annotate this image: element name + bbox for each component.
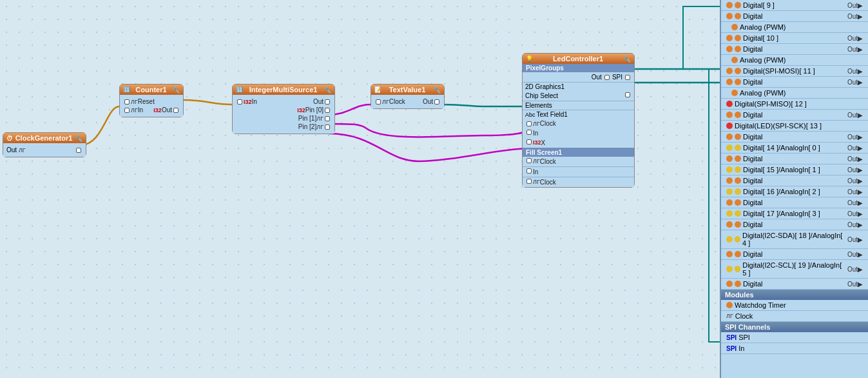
multi-pin2-dot[interactable] [325,124,330,130]
sidebar-digital-14[interactable]: Digital Out▶ [721,154,868,164]
sidebar-i2c-sda[interactable]: Digital(I2C-SDA)[ 18 ]/AnalogIn[ 4 ] Out… [721,230,868,249]
multi-pin2-label: Pin [2] [298,123,316,130]
text-field-in-dot[interactable] [526,130,532,135]
led-settings[interactable]: 🔧 [623,55,631,63]
sidebar-spi-sck-icon [726,123,733,129]
multi-pin1-clock: ЛГ [316,115,323,122]
sidebar-digital-spi-mosi[interactable]: Digital(SPI-MOSI)[ 11 ] Out▶ [721,66,868,77]
spi-channels-label: SPI Channels [725,323,770,331]
counter-settings[interactable]: 🔧 [172,86,180,94]
sidebar-analog-pwm2-icon [731,57,738,63]
sidebar-spi-mosi-icon2 [735,68,741,74]
sidebar-digital-17[interactable]: Digital Out▶ [721,219,868,230]
counter-reset-in-dot[interactable] [124,99,130,104]
sidebar-digital18-label: Digital [743,250,763,258]
sidebar-digital9[interactable]: Digital[ 9 ] Out▶ [721,0,868,11]
integer-multi-header: 🔢 IntegerMultiSource1 🔧 [233,85,334,95]
sidebar-digital-pwm1-icon2 [735,13,741,19]
sidebar-digital-mosi2[interactable]: Digital Out▶ [721,77,868,88]
wire-led-to-spi-in [635,69,728,342]
clock-out-label: Out ЛГ [6,146,26,154]
clock-out-port: Out ЛГ [6,146,82,154]
sidebar-analog14-icon [726,144,733,151]
text-clock-in-dot[interactable] [376,99,381,104]
sidebar-analog-pwm1-icon [731,24,738,30]
clock-generator-node: ⏱ ClockGenerator1 🔧 Out ЛГ [3,132,86,157]
multi-pin0-dot[interactable] [325,108,330,113]
sidebar-spi-miso[interactable]: Digital(SPI-MISO)[ 12 ] [721,99,868,110]
sidebar-analog-14[interactable]: Digital[ 14 ]/AnalogIn[ 0 ] Out▶ [721,143,868,154]
sidebar-spi-port[interactable]: SPI SPI [721,332,868,343]
integer-multi-settings[interactable]: 🔧 [323,86,331,94]
sidebar-i2c-scl-label: Digital(I2C-SCL)[ 19 ]/AnalogIn[ 5 ] [742,261,847,277]
sidebar-digital15-icon [726,177,733,184]
sidebar-digital-18[interactable]: Digital Out▶ [721,249,868,260]
sidebar-analog-pwm3[interactable]: Analog (PWM) [721,88,868,99]
sidebar-i2c-sda-label: Digital(I2C-SDA)[ 18 ]/AnalogIn[ 4 ] [742,232,847,247]
pixel-spi-label: SPI [612,74,622,81]
multi-in-label: In [252,98,257,105]
clock-generator-header: ⏱ ClockGenerator1 🔧 [3,133,86,143]
sidebar-spi-mosi-out: Out▶ [847,68,863,75]
sidebar-analog-pwm2[interactable]: Analog (PWM) [721,55,868,66]
sidebar-digital10[interactable]: Digital[ 10 ] Out▶ [721,33,868,44]
sidebar-digital-pwm1[interactable]: Digital Out▶ [721,11,868,22]
led-clock-dot[interactable] [526,179,532,184]
led-in-label: In [533,168,538,175]
wire-multi-pin1 [329,124,528,137]
sidebar-digital-sck-out: Out▶ [847,134,863,141]
text-out-dot[interactable] [434,99,439,104]
sidebar-digital-sck[interactable]: Digital Out▶ [721,132,868,143]
sidebar-watchdog[interactable]: Watchdog Timer [721,300,868,311]
sidebar-digital-19[interactable]: Digital Out▶ [721,279,868,290]
sidebar-modules-clock[interactable]: ЛГ Clock [721,311,868,322]
sidebar-digital-miso[interactable]: Digital Out▶ [721,110,868,121]
text-field-in-label: In [533,130,538,137]
text-field-x-dot[interactable] [526,139,532,144]
chip-select-in-dot[interactable] [625,92,630,97]
sidebar-analog15-icon2 [735,166,741,173]
sidebar-analog-15[interactable]: Digital[ 15 ]/AnalogIn[ 1 ] Out▶ [721,164,868,175]
sidebar-digital-16[interactable]: Digital Out▶ [721,197,868,208]
sidebar-spi-in-port[interactable]: SPI In [721,343,868,354]
counter-out-port: ЛГ In Out I32 [123,106,180,114]
sidebar-digital-15[interactable]: Digital Out▶ [721,175,868,186]
counter-out-in-dot[interactable] [124,108,130,113]
pixel-out-dot[interactable] [604,75,610,80]
pixel-spi-dot[interactable] [625,75,630,80]
sidebar-analog-16[interactable]: Digital[ 16 ]/AnalogIn[ 2 ] Out▶ [721,186,868,197]
sidebar-digital-sck-icon2 [735,134,741,140]
text-field-clock-dot[interactable] [526,121,532,126]
multi-out-dot[interactable] [325,99,330,104]
counter-reset-clock: ЛГ [131,99,138,105]
sidebar-digital-mosi2-icon2 [735,79,741,85]
text-clock-symbol: ЛГ [382,99,389,105]
sidebar-analog-pwm1[interactable]: Analog (PWM) [721,22,868,33]
multi-pin1-dot[interactable] [325,116,330,121]
text-value-settings[interactable]: 🔧 [433,86,441,94]
sidebar-analog17-icon [726,210,733,217]
multi-in-dot[interactable] [237,99,242,104]
text-field-clock-sym: ЛГ [533,121,540,127]
sidebar-i2c-scl[interactable]: Digital(I2C-SCL)[ 19 ]/AnalogIn[ 5 ] Out… [721,260,868,279]
sidebar-digital10-label: Digital[ 10 ] [743,34,778,42]
integer-multi-title: IntegerMultiSource1 [249,86,318,94]
text-value-header: 📝 TextValue1 🔧 [371,85,444,95]
sidebar-analog-17[interactable]: Digital[ 17 ]/AnalogIn[ 3 ] Out▶ [721,208,868,219]
counter-out-dot[interactable] [173,108,178,113]
sidebar-digital-pwm2[interactable]: Digital Out▶ [721,44,868,55]
clock-generator-settings[interactable]: 🔧 [75,135,82,142]
led-in-dot[interactable] [526,168,532,174]
pixel-groups-label: PixelGroups [526,65,564,72]
multi-pin2-port: ЛГ Pin [2] [236,123,331,130]
sidebar-spi-sck-label: Digital(LED)(SPI-SCK)[ 13 ] [735,122,822,130]
chip-select-row: Chip Select [523,91,634,101]
wire-multi-pin2 [329,134,528,161]
clock-out-dot[interactable] [76,148,81,153]
sidebar-analog16-icon [726,188,733,195]
fill-screen-clock-dot[interactable] [526,158,532,163]
wire-clock-to-counter [81,106,119,145]
sidebar-digital14-label: Digital [743,155,763,163]
sidebar-spi-sck[interactable]: Digital(LED)(SPI-SCK)[ 13 ] [721,121,868,132]
sidebar-digital14-out: Out▶ [847,155,863,163]
